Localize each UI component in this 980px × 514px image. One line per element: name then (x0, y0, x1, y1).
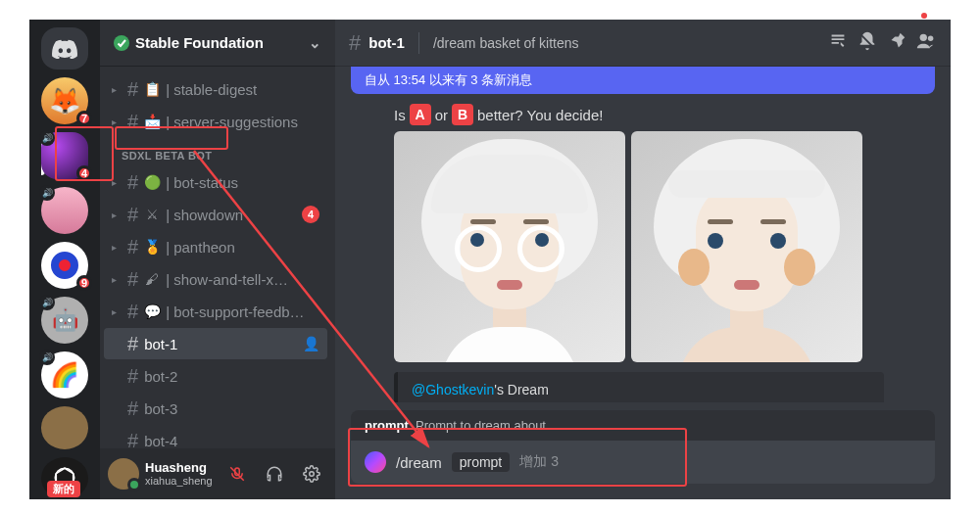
svg-point-3 (310, 472, 315, 477)
embed-title: @Ghostkevin's Dream (412, 382, 870, 397)
channel-name: bot-3 (144, 400, 319, 417)
message-scroller: Is A or B better? You decide! (335, 94, 951, 402)
person-add-icon[interactable]: 👤 (303, 336, 319, 351)
gear-icon (303, 465, 320, 483)
option-b-badge: B (452, 104, 473, 125)
param-hint: Prompt to dream about (416, 418, 546, 433)
slash-command: /dream (396, 454, 442, 471)
collapse-arrow-icon: ▸ (112, 84, 122, 95)
channel-name: | showdown (166, 207, 296, 223)
pinned-icon[interactable] (886, 30, 907, 55)
collapse-arrow-icon: ▸ (112, 117, 122, 127)
channel-emoji-icon: 📩 (144, 114, 160, 129)
hash-icon: # (127, 204, 138, 226)
unread-badge: 4 (302, 206, 319, 223)
app-avatar-icon (365, 451, 386, 473)
channel-item[interactable]: ▸#🟢| bot-status (104, 166, 327, 198)
server-header[interactable]: Stable Foundation ⌄ (100, 20, 335, 67)
discord-app: 🦊 7 🔊 4 🔊 9 🤖 🔊 🌈 🔊 新的 (29, 20, 951, 499)
mute-button[interactable] (221, 458, 253, 490)
hash-icon: # (127, 397, 138, 420)
channel-name: | show-and-tell-x… (166, 271, 319, 288)
channel-list: ▸#📋| stable-digest ▸#📩| server-suggestio… (100, 67, 335, 448)
channel-sidebar: Stable Foundation ⌄ ▸#📋| stable-digest ▸… (100, 20, 335, 499)
poll-question: Is A or B better? You decide! (394, 104, 935, 125)
hash-icon: # (349, 30, 361, 56)
channel-name: | bot-support-feedb… (166, 304, 319, 320)
unread-badge: 9 (76, 275, 92, 291)
autocomplete-row[interactable]: prompt Prompt to dream about (351, 410, 935, 441)
server-item[interactable] (41, 406, 88, 448)
unread-badge: 7 (76, 111, 92, 126)
image-option-b[interactable] (631, 131, 862, 362)
image-option-a[interactable] (394, 131, 625, 362)
notifications-icon[interactable] (857, 30, 878, 55)
channel-category[interactable]: SDXL BETA BOT (104, 138, 327, 165)
hash-icon: # (127, 78, 138, 101)
user-info[interactable]: Huashengxiahua_sheng (145, 461, 216, 487)
channel-item-active[interactable]: #bot-1👤 (104, 328, 327, 359)
option-a-badge: A (410, 104, 431, 125)
channel-header: # bot-1 /dream basket of kittens (335, 20, 951, 67)
channel-emoji-icon: 🟢 (144, 174, 160, 190)
chevron-down-icon: ⌄ (309, 34, 321, 52)
add-more-params[interactable]: 增加 3 (519, 453, 559, 471)
command-param[interactable]: prompt (452, 452, 511, 472)
channel-emoji-icon: 🖌 (144, 271, 160, 287)
hash-icon: # (127, 111, 138, 133)
chat-area: # bot-1 /dream basket of kittens 自从 13:5… (335, 20, 951, 499)
channel-item[interactable]: ▸#⚔| showdown4 (104, 199, 327, 230)
headphones-icon (266, 465, 283, 483)
channel-name: | server-suggestions (166, 114, 319, 130)
channel-item[interactable]: ▸#💬| bot-support-feedb… (104, 296, 327, 327)
user-mention[interactable]: @Ghostkevin (412, 382, 494, 397)
channel-item[interactable]: ▸#📩| server-suggestions (104, 106, 327, 137)
svg-point-1 (114, 35, 129, 51)
channel-emoji-icon: 💬 (144, 304, 160, 319)
threads-icon[interactable] (827, 30, 849, 55)
channel-emoji-icon: 📋 (144, 81, 160, 97)
channel-item[interactable]: ▸#🖌| show-and-tell-x… (104, 263, 327, 295)
channel-name: bot-4 (144, 433, 319, 449)
new-messages-bar[interactable]: 自从 13:54 以来有 3 条新消息 (351, 67, 935, 94)
svg-point-5 (920, 34, 927, 41)
channel-title: bot-1 (368, 34, 405, 51)
channel-name: | bot-status (166, 174, 319, 191)
message-embed: @Ghostkevin's Dream Prompt: Claymorphism… (394, 372, 884, 402)
unread-badge: 4 (76, 165, 92, 181)
channel-name: bot-2 (144, 368, 319, 385)
divider (418, 32, 419, 54)
deafen-button[interactable] (259, 458, 290, 490)
hash-icon: # (127, 365, 138, 388)
channel-item[interactable]: #bot-4 (104, 425, 327, 448)
channel-item[interactable]: ▸#🏅| pantheon (104, 231, 327, 262)
param-name: prompt (365, 418, 409, 433)
channel-topic: /dream basket of kittens (433, 35, 819, 51)
message-input[interactable]: /dream prompt 增加 3 (351, 441, 935, 484)
home-button[interactable] (41, 27, 88, 70)
settings-button[interactable] (296, 458, 327, 490)
user-panel: Huashengxiahua_sheng (100, 448, 335, 499)
channel-emoji-icon: 🏅 (144, 239, 160, 255)
online-indicator (127, 478, 141, 491)
channel-emoji-icon: ⚔ (144, 207, 160, 222)
discord-icon (52, 39, 77, 59)
channel-item[interactable]: ▸#📋| stable-digest (104, 73, 327, 105)
hash-icon: # (127, 430, 138, 449)
mic-muted-icon (228, 465, 246, 483)
channel-name: | pantheon (166, 239, 319, 256)
members-icon[interactable] (915, 30, 937, 55)
channel-name: bot-1 (144, 336, 297, 352)
channel-item[interactable]: #bot-3 (104, 393, 327, 424)
new-label: 新的 (47, 481, 80, 497)
avatar[interactable] (108, 458, 139, 490)
channel-item[interactable]: #bot-2 (104, 360, 327, 392)
channel-name: | stable-digest (166, 81, 319, 98)
server-name: Stable Foundation (135, 34, 264, 51)
hash-icon: # (127, 333, 138, 355)
svg-point-6 (928, 36, 934, 42)
username: Huasheng (145, 461, 216, 475)
user-tag: xiahua_sheng (145, 475, 216, 487)
verified-icon (114, 35, 129, 51)
server-rail: 🦊 7 🔊 4 🔊 9 🤖 🔊 🌈 🔊 新的 (29, 20, 100, 499)
